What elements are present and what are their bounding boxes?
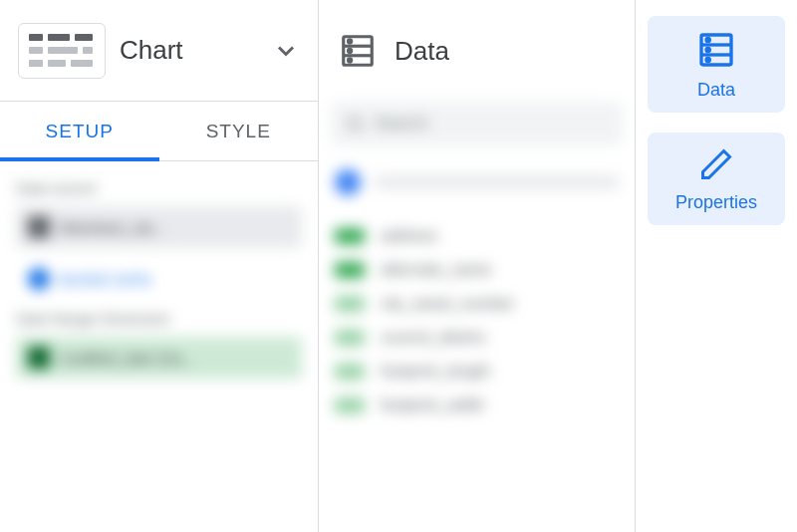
field-name: footprint_length	[381, 363, 490, 381]
chevron-down-icon	[272, 37, 300, 65]
svg-point-13	[706, 58, 709, 61]
svg-point-12	[706, 48, 709, 51]
field-item[interactable]: footprint_length	[331, 355, 623, 389]
field-name: alternate_name	[381, 261, 491, 279]
data-panel-header: Data	[319, 0, 635, 102]
side-tab-properties[interactable]: Properties	[648, 133, 785, 225]
data-source-chip[interactable]: bikeshare_sta...	[16, 206, 302, 248]
calendar-icon	[28, 347, 50, 369]
date-range-value: modified_date (Da...	[60, 350, 194, 367]
data-body: Search address alternate_name city_asset…	[319, 102, 635, 532]
data-source-row[interactable]	[331, 169, 623, 195]
side-tab-properties-label: Properties	[675, 192, 757, 213]
data-source-label: Data source	[16, 179, 302, 196]
date-range-chip[interactable]: modified_date (Da...	[16, 337, 302, 379]
source-dot-icon	[335, 169, 361, 195]
field-name: council_district	[381, 329, 485, 347]
search-placeholder: Search	[375, 114, 428, 133]
side-tab-data-label: Data	[697, 80, 735, 101]
svg-point-5	[349, 59, 352, 62]
blend-label: BLEND DATA	[60, 271, 151, 288]
source-name-placeholder	[375, 175, 619, 189]
side-rail: Data Properties	[636, 0, 797, 532]
field-item[interactable]: city_asset_number	[331, 287, 623, 321]
field-name: address	[381, 227, 437, 245]
svg-point-6	[348, 117, 360, 129]
svg-point-3	[349, 40, 352, 43]
svg-point-11	[706, 38, 709, 41]
chart-tabs: SETUP STYLE	[0, 102, 318, 161]
search-icon	[345, 114, 365, 133]
field-item[interactable]: council_district	[331, 321, 623, 355]
chart-panel: Chart SETUP STYLE Data source bikeshare_…	[0, 0, 319, 532]
database-icon	[696, 30, 736, 70]
dimension-badge-icon	[335, 364, 365, 380]
database-icon	[339, 32, 377, 70]
svg-point-4	[349, 49, 352, 52]
dimension-badge-icon	[335, 228, 365, 244]
field-name: footprint_width	[381, 397, 484, 414]
blend-icon	[28, 268, 50, 290]
blend-data-button[interactable]: BLEND DATA	[16, 258, 302, 300]
tab-style[interactable]: STYLE	[159, 102, 319, 160]
dimension-badge-icon	[335, 262, 365, 278]
dimension-badge-icon	[335, 398, 365, 413]
data-source-value: bikeshare_sta...	[60, 219, 165, 236]
tab-setup[interactable]: SETUP	[0, 102, 159, 160]
datasource-icon	[28, 216, 50, 238]
data-panel: Data Search address alternate_name city_…	[319, 0, 636, 532]
pencil-icon	[698, 146, 734, 182]
data-panel-title: Data	[395, 36, 449, 67]
table-chart-icon	[18, 23, 106, 79]
svg-line-7	[359, 128, 363, 132]
field-item[interactable]: alternate_name	[331, 253, 623, 287]
field-item[interactable]: address	[331, 219, 623, 253]
dimension-badge-icon	[335, 296, 365, 312]
field-name: city_asset_number	[381, 295, 514, 313]
side-tab-data[interactable]: Data	[648, 16, 785, 113]
date-range-label: Date Range Dimension	[16, 310, 302, 327]
dimension-badge-icon	[335, 330, 365, 346]
field-item[interactable]: footprint_width	[331, 389, 623, 422]
chart-type-label: Chart	[120, 35, 258, 66]
setup-body: Data source bikeshare_sta... BLEND DATA …	[0, 161, 318, 532]
chart-type-selector[interactable]: Chart	[0, 0, 318, 102]
field-search-input[interactable]: Search	[331, 102, 623, 145]
